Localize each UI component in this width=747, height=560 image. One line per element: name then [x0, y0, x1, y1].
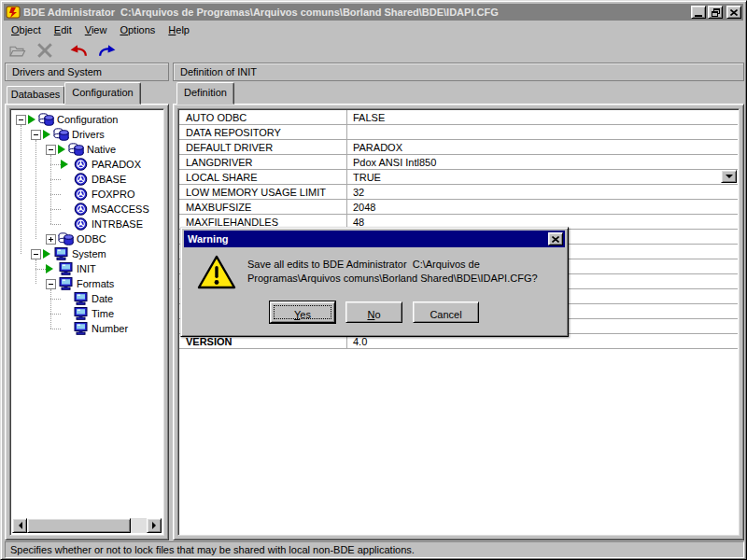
modified-arrow-icon [43, 127, 53, 142]
table-row[interactable]: LANGDRIVER Pdox ANSI Intl850 [179, 155, 738, 170]
param-value[interactable]: Pdox ANSI Intl850 [347, 155, 738, 169]
tab-definition[interactable]: Definition [176, 82, 234, 105]
menu-edit[interactable]: Edit [48, 22, 78, 37]
tree-connector [50, 314, 61, 315]
param-value[interactable]: PARADOX [347, 140, 738, 154]
computer-icon [58, 277, 74, 290]
scroll-left-button[interactable] [12, 518, 27, 533]
warning-dialog: Warning Save all edits to BDE Administra… [180, 227, 569, 337]
tree-item-label[interactable]: Formats [77, 278, 114, 289]
table-row[interactable]: MAXBUFSIZE 2048 [179, 200, 738, 215]
no-button[interactable]: No [345, 301, 402, 323]
tree-item-label[interactable]: Configuration [57, 114, 118, 125]
database-icon [53, 128, 69, 141]
tree-item-label[interactable]: INTRBASE [92, 218, 143, 230]
close-button[interactable] [726, 6, 741, 19]
expand-box[interactable] [46, 234, 56, 245]
tree-item-odbc[interactable]: ODBC [46, 231, 162, 246]
tree-item-init[interactable]: INIT [46, 261, 162, 276]
menu-options[interactable]: Options [113, 22, 162, 37]
collapse-box[interactable] [46, 145, 56, 155]
tree-item-label[interactable]: System [72, 248, 106, 259]
tree-item-label[interactable]: MSACCESS [92, 203, 149, 215]
tree-item-label[interactable]: PARADOX [92, 159, 141, 170]
tree-item-dbase[interactable]: DBASE [61, 172, 162, 187]
param-value[interactable]: 2048 [347, 200, 738, 214]
menu-object[interactable]: Object [5, 22, 48, 37]
apply-redo-arrow-icon[interactable] [94, 40, 119, 61]
tree-connector [35, 140, 36, 239]
collapse-box[interactable] [31, 249, 41, 259]
tree-item-configuration[interactable]: Configuration [16, 112, 162, 127]
minimize-icon [695, 15, 702, 17]
cancel-button[interactable]: Cancel [413, 301, 479, 323]
tree-item-label[interactable]: DBASE [92, 174, 126, 185]
tree-item-native[interactable]: Native [46, 142, 162, 157]
menu-help[interactable]: Help [162, 22, 196, 37]
tree-item-paradox[interactable]: PARADOX [61, 157, 162, 172]
restore-button[interactable] [708, 6, 723, 19]
scroll-right-button[interactable] [147, 518, 162, 533]
no-button-label: No [346, 305, 402, 320]
focus-rectangle [274, 305, 331, 319]
table-row[interactable]: DEFAULT DRIVER PARADOX [179, 140, 738, 155]
tree-item-label[interactable]: Native [87, 144, 116, 155]
tree-item-intrbase[interactable]: INTRBASE [61, 217, 162, 231]
table-row[interactable]: LOW MEMORY USAGE LIMIT 32 [179, 185, 738, 200]
tree-item-label[interactable]: FOXPRO [92, 189, 134, 200]
param-name: DEFAULT DRIVER [179, 140, 347, 154]
tree-item-date[interactable]: Date [61, 291, 162, 306]
collapse-box[interactable] [16, 115, 26, 125]
yes-button[interactable]: Yes [270, 301, 335, 323]
open-folder-icon[interactable] [5, 40, 29, 61]
param-value-text: TRUE [353, 172, 381, 183]
tree-item-label[interactable]: Time [92, 308, 114, 319]
tree-item-number[interactable]: Number [61, 321, 162, 336]
scroll-right-icon [152, 522, 160, 529]
app-icon [6, 5, 21, 20]
table-row[interactable]: AUTO ODBC FALSE [179, 110, 738, 125]
tree-connector [21, 125, 21, 254]
dialog-close-button[interactable] [548, 232, 563, 245]
param-value[interactable]: FALSE [347, 110, 738, 124]
param-value[interactable] [347, 125, 738, 139]
tree-item-drivers[interactable]: Drivers [31, 127, 162, 142]
dialog-title-bar[interactable]: Warning [184, 231, 565, 247]
table-row[interactable]: DATA REPOSITORY [179, 125, 738, 140]
param-name: LOW MEMORY USAGE LIMIT [179, 185, 347, 199]
scrollbar-track[interactable] [27, 518, 147, 533]
rollback-undo-arrow-icon[interactable] [66, 40, 91, 61]
tree-item-label[interactable]: Date [92, 293, 113, 304]
tree-item-label[interactable]: INIT [77, 263, 96, 274]
tree-connector [50, 194, 61, 195]
tree-horizontal-scrollbar[interactable] [12, 518, 162, 533]
dropdown-button[interactable] [721, 170, 737, 183]
close-icon [730, 9, 738, 16]
tree-item-time[interactable]: Time [61, 306, 162, 321]
table-row-local-share[interactable]: LOCAL SHARE TRUE [179, 170, 738, 185]
tree-item-label[interactable]: Drivers [72, 129, 105, 140]
title-bar[interactable]: BDE Administrator C:\Arquivos de Program… [4, 4, 743, 21]
toolbar [5, 38, 742, 63]
scrollbar-thumb[interactable] [27, 518, 131, 533]
collapse-box[interactable] [46, 279, 56, 289]
tab-databases[interactable]: Databases [7, 86, 64, 104]
tree-view[interactable]: Configuration Drivers Native [9, 108, 164, 536]
left-panel-header: Drivers and System [5, 63, 169, 81]
menu-view[interactable]: View [78, 22, 114, 37]
tree-connector [50, 224, 61, 225]
tree-item-msaccess[interactable]: MSACCESS [61, 202, 162, 217]
tree-item-label[interactable]: Number [92, 323, 128, 334]
tab-configuration[interactable]: Configuration [64, 82, 141, 105]
param-value[interactable]: 32 [347, 185, 738, 199]
delete-x-icon[interactable] [33, 40, 57, 61]
tree-item-system[interactable]: System [31, 246, 162, 261]
tree-item-label[interactable]: ODBC [77, 233, 106, 245]
dialog-body: Save all edits to BDE Administrator C:\A… [184, 247, 565, 333]
minimize-button[interactable] [691, 6, 706, 19]
tree-item-formats[interactable]: Formats [46, 276, 162, 291]
param-name: LOCAL SHARE [179, 170, 347, 184]
tree-item-foxpro[interactable]: FOXPRO [61, 187, 162, 202]
collapse-box[interactable] [31, 130, 41, 140]
param-value[interactable]: TRUE [347, 170, 738, 184]
